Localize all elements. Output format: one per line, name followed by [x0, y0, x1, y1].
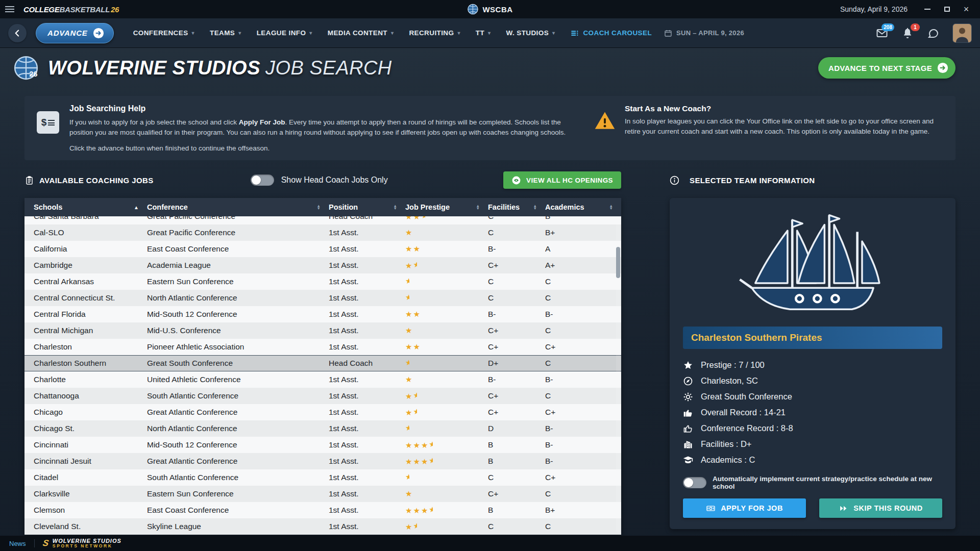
- advance-to-next-stage-button[interactable]: ADVANCE TO NEXT STAGE: [818, 57, 955, 79]
- column-header-conference[interactable]: Conference▲▼: [147, 203, 329, 211]
- half-star-icon: ★: [413, 522, 417, 530]
- jobs-section: AVAILABLE COACHING JOBS Show Head Coach …: [24, 169, 621, 535]
- cell-job-prestige: ★★: [405, 391, 488, 401]
- clipboard-icon: [24, 176, 34, 185]
- table-row[interactable]: ChicagoGreat Atlantic Conference1st Asst…: [24, 404, 621, 420]
- cell-position: 1st Asst.: [329, 522, 405, 531]
- cell-position: 1st Asst.: [329, 310, 405, 319]
- chat-icon: [927, 27, 939, 39]
- nav-item-conferences[interactable]: CONFERENCES▾: [133, 29, 194, 37]
- table-row[interactable]: ClarksvilleEastern Sun Conference1st Ass…: [24, 486, 621, 502]
- cell-conference: Great South Conference: [147, 359, 329, 368]
- table-row[interactable]: Central FloridaMid-South 12 Conference1s…: [24, 306, 621, 322]
- cell-position: 1st Asst.: [329, 228, 405, 237]
- skip-this-round-button[interactable]: SKIP THIS ROUND: [819, 498, 942, 518]
- avatar[interactable]: [952, 23, 972, 43]
- table-scrollbar[interactable]: [616, 218, 620, 533]
- table-row[interactable]: Cincinnati JesuitGreat Atlantic Conferen…: [24, 453, 621, 469]
- star-icon: ★: [405, 458, 412, 465]
- head-coach-only-toggle[interactable]: [251, 174, 274, 186]
- cell-job-prestige: ★: [405, 228, 488, 237]
- chat-button[interactable]: [927, 27, 939, 39]
- scrollbar-thumb[interactable]: [616, 247, 620, 279]
- column-header-schools[interactable]: Schools▲: [24, 203, 147, 211]
- cell-academics: A+: [545, 261, 621, 270]
- cell-academics: C+: [545, 342, 621, 352]
- nav-item-media-content[interactable]: MEDIA CONTENT▾: [328, 29, 394, 37]
- cell-conference: North Atlantic Conference: [147, 293, 329, 303]
- cell-conference: Mid-South 12 Conference: [147, 440, 329, 449]
- table-row[interactable]: Central Connecticut St.North Atlantic Co…: [24, 290, 621, 306]
- cell-facilities: C+: [488, 326, 545, 335]
- chevron-down-icon: ▾: [238, 30, 241, 36]
- table-row[interactable]: Chicago St.North Atlantic Conference1st …: [24, 420, 621, 437]
- table-row[interactable]: Cal Santa BarbaraGreat Pacific Conferenc…: [24, 216, 621, 224]
- help-body: If you wish to apply for a job select th…: [69, 117, 575, 137]
- table-row[interactable]: CaliforniaEast Coast Conference1st Asst.…: [24, 241, 621, 257]
- column-header-academics[interactable]: Academics▲▼: [545, 203, 621, 211]
- jobs-section-title: AVAILABLE COACHING JOBS: [39, 176, 154, 185]
- table-row[interactable]: CharlotteUnited Athletic Conference1st A…: [24, 371, 621, 388]
- back-button[interactable]: [8, 24, 27, 42]
- cell-facilities: C: [488, 473, 545, 482]
- maximize-button[interactable]: [938, 2, 955, 17]
- nav-items: CONFERENCES▾TEAMS▾LEAGUE INFO▾MEDIA CONT…: [133, 29, 652, 38]
- nav-item-tt[interactable]: TT▾: [476, 29, 491, 37]
- cell-position: 1st Asst.: [329, 375, 405, 384]
- nav-item-recruiting[interactable]: RECRUITING▾: [409, 29, 460, 37]
- notifications-button[interactable]: 1: [901, 27, 914, 39]
- nav-item-w-studios[interactable]: W. STUDIOS▾: [506, 29, 555, 37]
- column-header-job-prestige[interactable]: Job Prestige▲▼: [405, 203, 488, 211]
- compass-icon: [683, 376, 693, 386]
- nav-item-league-info[interactable]: LEAGUE INFO▾: [257, 29, 312, 37]
- table-row[interactable]: CambridgeAcademia League1st Asst.★★C+A+: [24, 257, 621, 273]
- nav-item-coach-carousel[interactable]: COACH CAROUSEL: [570, 29, 652, 38]
- table-row[interactable]: Cleveland St.Skyline League1st Asst.★★CC: [24, 518, 621, 535]
- cell-facilities: C+: [488, 408, 545, 417]
- cell-academics: C: [545, 326, 621, 335]
- table-row[interactable]: Central MichiganMid-U.S. Conference1st A…: [24, 322, 621, 339]
- cell-conference: East Coast Conference: [147, 506, 329, 515]
- half-star-icon: ★: [405, 293, 409, 301]
- cell-academics: C: [545, 293, 621, 303]
- cell-facilities: B-: [488, 310, 545, 319]
- star-icon: ★: [405, 262, 412, 269]
- apply-for-job-button[interactable]: APPLY FOR JOB: [683, 498, 806, 518]
- svg-text:26: 26: [29, 70, 37, 78]
- view-all-hc-openings-button[interactable]: VIEW ALL HC OPENINGS: [503, 171, 621, 189]
- table-row[interactable]: CincinnatiMid-South 12 Conference1st Ass…: [24, 437, 621, 453]
- arrow-right-circle-icon: [937, 62, 948, 73]
- star-icon: ★: [405, 216, 412, 220]
- minimize-button[interactable]: [919, 2, 936, 17]
- half-star-icon: ★: [413, 408, 417, 415]
- cell-position: 1st Asst.: [329, 440, 405, 449]
- half-star-icon: ★: [405, 473, 409, 481]
- auto-strategy-toggle[interactable]: [683, 477, 706, 488]
- cell-facilities: C+: [488, 261, 545, 270]
- table-row[interactable]: Central ArkansasEastern Sun Conference1s…: [24, 273, 621, 290]
- academics-icon: [683, 455, 693, 465]
- minimize-icon: [924, 9, 930, 10]
- table-row[interactable]: CharlestonPioneer Athletic Association1s…: [24, 339, 621, 355]
- table-row[interactable]: Charleston SouthernGreat South Conferenc…: [24, 355, 621, 371]
- star-icon: ★: [413, 458, 420, 465]
- cell-school: Citadel: [24, 473, 147, 482]
- star-icon: ★: [421, 507, 428, 514]
- cell-academics: C: [545, 489, 621, 498]
- table-row[interactable]: CitadelSouth Atlantic Conference1st Asst…: [24, 469, 621, 486]
- nav-item-teams[interactable]: TEAMS▾: [210, 29, 241, 37]
- table-row[interactable]: ClemsonEast Coast Conference1st Asst.★★★…: [24, 502, 621, 518]
- table-row[interactable]: ChattanoogaSouth Atlantic Conference1st …: [24, 388, 621, 404]
- hamburger-menu-icon[interactable]: [5, 4, 18, 15]
- cell-academics: C: [545, 359, 621, 368]
- table-row[interactable]: Cal-SLOGreat Pacific Conference1st Asst.…: [24, 224, 621, 241]
- advance-button[interactable]: ADVANCE: [36, 23, 114, 43]
- news-link[interactable]: News: [9, 540, 26, 547]
- column-header-position[interactable]: Position▲▼: [329, 203, 405, 211]
- mail-button[interactable]: 208: [876, 27, 888, 39]
- cell-school: Cleveland St.: [24, 522, 147, 531]
- close-button[interactable]: ×: [958, 2, 975, 17]
- cell-position: 1st Asst.: [329, 277, 405, 286]
- cell-job-prestige: ★: [405, 326, 488, 335]
- column-header-facilities[interactable]: Facilities▲▼: [488, 203, 545, 211]
